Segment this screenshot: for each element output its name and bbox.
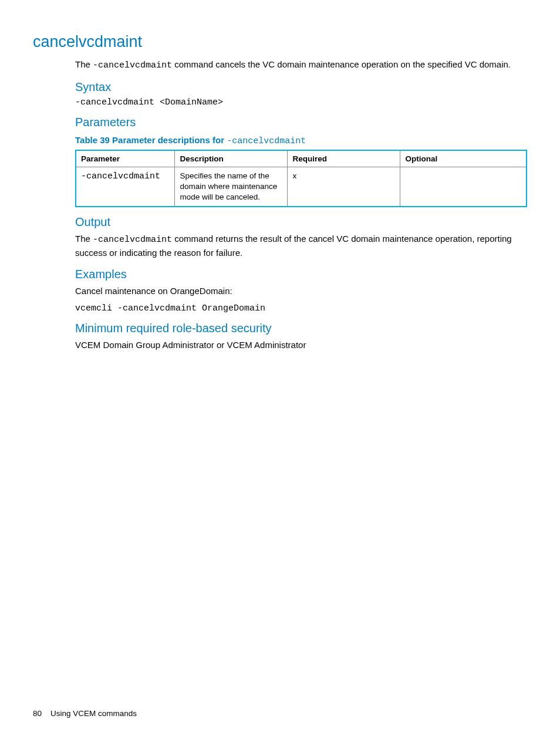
cell-description: Specifies the name of the domain where m…: [175, 167, 288, 207]
examples-heading: Examples: [75, 268, 527, 281]
cell-optional: [400, 167, 527, 207]
intro-paragraph: The -cancelvcdmaint command cancels the …: [75, 58, 527, 72]
cell-parameter: -cancelvcdmaint: [76, 167, 175, 207]
param-code: -cancelvcdmaint: [81, 171, 160, 181]
output-prefix: The: [75, 234, 93, 244]
page-number: 80: [33, 709, 42, 718]
examples-code: vcemcli -cancelvcdmaint OrangeDomain: [75, 303, 527, 313]
caption-code: -cancelvcdmaint: [227, 136, 306, 146]
header-description: Description: [175, 150, 288, 167]
parameters-heading: Parameters: [75, 116, 527, 129]
footer-label: Using VCEM commands: [50, 709, 137, 718]
output-code: -cancelvcdmaint: [93, 235, 172, 245]
security-heading: Minimum required role-based security: [75, 322, 527, 335]
security-text: VCEM Domain Group Administrator or VCEM …: [75, 339, 527, 352]
header-optional: Optional: [400, 150, 527, 167]
table-header-row: Parameter Description Required Optional: [76, 150, 527, 167]
table-row: -cancelvcdmaint Specifies the name of th…: [76, 167, 527, 207]
examples-text: Cancel maintenance on OrangeDomain:: [75, 285, 527, 298]
intro-suffix: command cancels the VC domain maintenanc…: [172, 59, 511, 69]
parameters-table: Parameter Description Required Optional …: [75, 150, 527, 208]
syntax-heading: Syntax: [75, 80, 527, 94]
caption-prefix: Table 39 Parameter descriptions for: [75, 135, 227, 145]
page-footer: 80 Using VCEM commands: [33, 709, 137, 718]
header-parameter: Parameter: [76, 150, 175, 167]
intro-prefix: The: [75, 59, 93, 69]
output-paragraph: The -cancelvcdmaint command returns the …: [75, 232, 527, 259]
output-heading: Output: [75, 215, 527, 229]
syntax-code: -cancelvcdmaint <DomainName>: [75, 97, 527, 107]
cell-required: x: [288, 167, 400, 207]
table-caption: Table 39 Parameter descriptions for -can…: [75, 135, 527, 146]
page-title: cancelvcdmaint: [33, 33, 527, 51]
intro-code: -cancelvcdmaint: [93, 60, 172, 70]
header-required: Required: [288, 150, 400, 167]
